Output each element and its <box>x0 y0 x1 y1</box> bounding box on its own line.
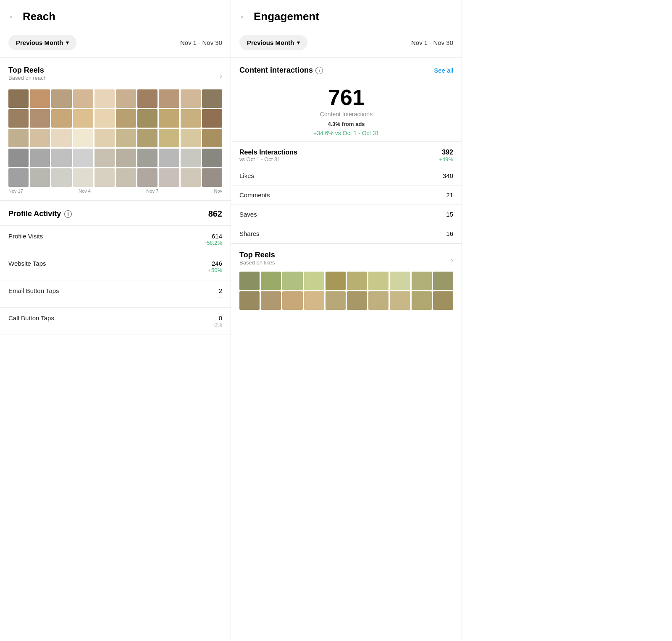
engagement-stats: Likes 340 Comments 21 Saves 15 Shares 16 <box>231 166 462 243</box>
content-interactions-section: Content interactions i See all 761 Conte… <box>231 58 462 141</box>
stat-change: +50% <box>208 267 222 273</box>
big-number-section: 761 Content Interactions 4.3% from ads +… <box>231 75 462 141</box>
mosaic-cell <box>51 168 71 187</box>
mosaic-cell <box>73 168 93 187</box>
stat-change: 0% <box>214 322 222 328</box>
mosaic-cell <box>137 168 158 187</box>
simple-stat-value: 15 <box>446 211 453 218</box>
mosaic-cell <box>347 272 367 290</box>
mosaic-cell <box>73 89 93 108</box>
mosaic-cell <box>51 109 71 128</box>
see-all-button[interactable]: See all <box>434 67 453 74</box>
stat-label: Website Taps <box>8 260 46 267</box>
mosaic-cell <box>159 168 179 187</box>
stat-values: 2 — <box>217 287 222 301</box>
mosaic-cell <box>8 129 29 147</box>
stat-label: Profile Visits <box>8 233 43 240</box>
reels-interactions-section: Reels Interactions vs Oct 1 - Oct 31 392… <box>231 142 462 166</box>
mosaic-cell <box>412 291 432 310</box>
mosaic-cell <box>116 89 136 108</box>
stat-values: 246 +50% <box>208 260 222 273</box>
top-reels-subtitle: Based on reach <box>8 75 47 81</box>
stat-number: 0 <box>214 314 222 322</box>
content-interactions-title: Content interactions <box>239 66 313 75</box>
content-interactions-change: +34.6% vs Oct 1 - Oct 31 <box>239 130 453 136</box>
mosaic-cell <box>433 291 453 310</box>
stat-values: 0 0% <box>214 314 222 328</box>
mosaic-cell <box>261 291 281 310</box>
stat-row: Call Button Taps 0 0% <box>0 308 231 335</box>
mosaic-cell <box>8 149 29 167</box>
mosaic-cell <box>116 149 136 167</box>
mosaic-dates: Nov 17 Nov 4 Nov 7 Nov <box>8 187 222 195</box>
simple-stat-value: 21 <box>446 191 453 199</box>
mosaic-cell <box>181 109 201 128</box>
simple-stat-label: Comments <box>239 191 270 199</box>
content-interactions-info-icon[interactable]: i <box>315 67 323 74</box>
reach-period-button[interactable]: Previous Month ▾ <box>8 35 76 50</box>
simple-stat-value: 16 <box>446 230 453 237</box>
stat-row: Email Button Taps 2 — <box>0 280 231 308</box>
simple-stat-row: Shares 16 <box>231 224 462 243</box>
profile-activity-info-icon[interactable]: i <box>64 210 72 218</box>
stat-change: — <box>217 294 222 301</box>
stat-number: 614 <box>204 233 222 240</box>
engagement-filter-row: Previous Month ▾ Nov 1 - Nov 30 <box>231 30 462 58</box>
mosaic-cell <box>202 168 222 187</box>
mosaic-cell <box>73 149 93 167</box>
mosaic-cell <box>159 89 179 108</box>
mosaic-cell <box>368 291 388 310</box>
mosaic-cell <box>181 89 201 108</box>
mosaic-cell <box>239 291 260 310</box>
stat-number: 246 <box>208 260 222 267</box>
stat-number: 2 <box>217 287 222 294</box>
reels-interactions-sub: vs Oct 1 - Oct 31 <box>239 156 297 162</box>
mosaic-cell <box>181 149 201 167</box>
engagement-mosaic <box>239 272 453 310</box>
top-reels-chevron-icon[interactable]: › <box>220 71 222 80</box>
mosaic-cell <box>51 89 71 108</box>
date-label-3: Nov 7 <box>146 188 158 194</box>
reach-date-range: Nov 1 - Nov 30 <box>180 39 222 46</box>
mosaic-cell <box>159 129 179 147</box>
mosaic-cell <box>326 291 346 310</box>
mosaic-cell <box>282 291 302 310</box>
stat-row: Profile Visits 614 +58.2% <box>0 226 231 253</box>
simple-stat-row: Comments 21 <box>231 186 462 205</box>
mosaic-cell <box>30 129 50 147</box>
mosaic-cell <box>51 149 71 167</box>
mosaic-cell <box>94 129 115 147</box>
mosaic-cell <box>30 109 50 128</box>
mosaic-cell <box>390 291 410 310</box>
top-reels-title: Top Reels <box>8 66 44 75</box>
engagement-chevron-icon: ▾ <box>297 39 300 46</box>
back-button[interactable]: ← <box>8 11 18 22</box>
engagement-period-button[interactable]: Previous Month ▾ <box>239 35 307 50</box>
mosaic-cell <box>202 89 222 108</box>
mosaic-cell <box>202 109 222 128</box>
reels-interactions-title: Reels Interactions <box>239 149 297 156</box>
date-label-2: Nov 4 <box>79 188 91 194</box>
period-chevron-icon: ▾ <box>66 39 69 46</box>
reach-panel: ← Reach Previous Month ▾ Nov 1 - Nov 30 … <box>0 0 231 641</box>
mosaic-cell <box>116 129 136 147</box>
mosaic-cell <box>137 129 158 147</box>
mosaic-cell <box>202 129 222 147</box>
mosaic-cell <box>8 89 29 108</box>
engagement-top-reels-chevron-icon[interactable]: › <box>451 256 453 265</box>
mosaic-cell <box>116 168 136 187</box>
mosaic-cell <box>94 109 115 128</box>
mosaic-cell <box>30 89 50 108</box>
reach-title: Reach <box>23 10 55 23</box>
profile-activity-title: Profile Activity <box>8 209 61 218</box>
engagement-back-button[interactable]: ← <box>239 11 249 22</box>
mosaic-cell <box>73 109 93 128</box>
mosaic-cell <box>30 168 50 187</box>
mosaic-cell <box>159 109 179 128</box>
mosaic-cell <box>347 291 367 310</box>
content-interactions-value: 761 <box>239 85 453 110</box>
mosaic-cell <box>239 272 260 290</box>
mosaic-cell <box>94 168 115 187</box>
content-interactions-ads: 4.3% from ads <box>239 121 453 127</box>
profile-activity-header: Profile Activity i 862 <box>0 201 231 226</box>
